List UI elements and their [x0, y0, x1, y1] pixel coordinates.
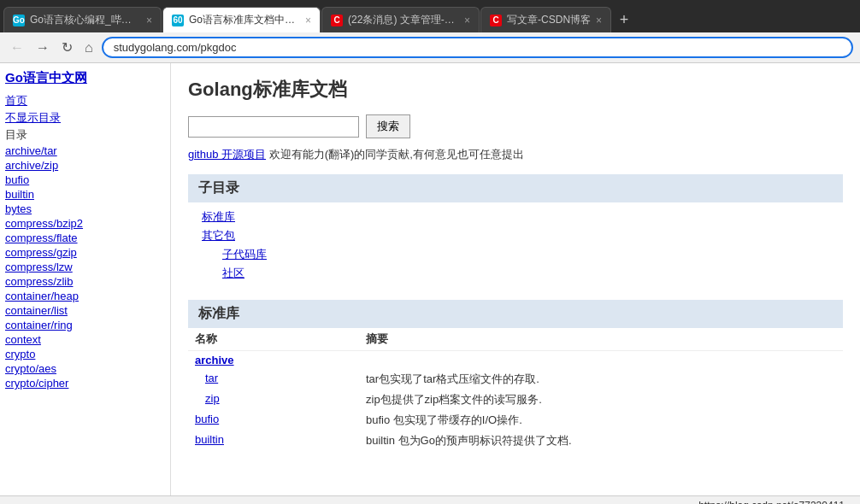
subdirectory-header: 子目录 [188, 174, 843, 202]
pkg-bufio-name: bufio [188, 410, 359, 431]
tab-3-icon: C [331, 15, 343, 26]
sidebar-link-bytes[interactable]: bytes [5, 202, 165, 215]
back-button[interactable]: ← [7, 38, 27, 57]
page-container: Go语言中文网 首页 不显示目录 目录 archive/tar archive/… [0, 63, 860, 495]
tab-1-icon: Go [13, 15, 25, 26]
tab-3[interactable]: C (22条消息) 文章管理-CSDN... × [321, 7, 480, 32]
site-title[interactable]: Go语言中文网 [5, 70, 165, 86]
pkg-bufio-link[interactable]: bufio [195, 413, 219, 425]
github-link[interactable]: github 开源项目 [188, 148, 266, 161]
status-bar: https://blog.csdn.net/a77230411... [0, 495, 860, 504]
stdlib-header: 标准库 [188, 300, 843, 328]
sidebar-link-crypto-cipher[interactable]: crypto/cipher [5, 377, 165, 390]
refresh-button[interactable]: ↻ [58, 38, 76, 57]
pkg-tar-link[interactable]: tar [205, 372, 218, 384]
tab-1-close[interactable]: × [146, 15, 152, 26]
subdir-link-other[interactable]: 其它包 [202, 228, 829, 243]
tab-3-label: (22条消息) 文章管理-CSDN... [348, 13, 459, 27]
search-button[interactable]: 搜索 [366, 114, 410, 138]
stdlib-table: 名称 摘要 archive tar tar [188, 328, 843, 451]
subdir-link-community[interactable]: 社区 [222, 266, 829, 281]
sidebar-link-archive-zip[interactable]: archive/zip [5, 159, 165, 172]
stdlib-table-header: 名称 摘要 [188, 328, 843, 351]
tab-1-label: Go语言核心编程_哔哩哔哩... [30, 13, 141, 27]
github-text: github 开源项目 欢迎有能力(翻译)的同学贡献,有何意见也可任意提出 [188, 147, 843, 162]
sidebar-link-compress-bzip2[interactable]: compress/bzip2 [5, 217, 165, 230]
tab-3-close[interactable]: × [464, 15, 470, 26]
sidebar-link-builtin[interactable]: builtin [5, 188, 165, 201]
sidebar-link-compress-lzw[interactable]: compress/lzw [5, 261, 165, 273]
home-button[interactable]: ⌂ [81, 38, 97, 57]
tab-2-close[interactable]: × [305, 15, 311, 26]
sidebar-link-container-list[interactable]: container/list [5, 304, 165, 317]
tab-2-label: Go语言标准库文档中文版... [189, 13, 300, 27]
table-row: archive [188, 351, 843, 370]
sidebar-link-hide-toc[interactable]: 不显示目录 [5, 110, 165, 126]
pkg-tar-summary: tar包实现了tar格式压缩文件的存取. [359, 369, 843, 390]
sidebar-link-container-heap[interactable]: container/heap [5, 290, 165, 302]
sidebar-link-context[interactable]: context [5, 333, 165, 346]
stdlib-section: 标准库 名称 摘要 archive [188, 300, 843, 451]
browser-chrome: Go Go语言核心编程_哔哩哔哩... × 60 Go语言标准库文档中文版...… [0, 0, 860, 63]
search-input[interactable] [188, 116, 359, 138]
page-title: Golang标准库文档 [188, 77, 843, 103]
sidebar-link-compress-gzip[interactable]: compress/gzip [5, 246, 165, 259]
tab-bar: Go Go语言核心编程_哔哩哔哩... × 60 Go语言标准库文档中文版...… [0, 0, 860, 32]
search-area: 搜索 [188, 114, 843, 138]
sidebar-link-compress-flate[interactable]: compress/flate [5, 231, 165, 244]
nav-bar: ← → ↻ ⌂ [0, 32, 860, 63]
pkg-archive-link[interactable]: archive [195, 354, 234, 366]
tab-4-label: 写文章-CSDN博客 [507, 13, 591, 27]
sidebar-link-home[interactable]: 首页 [5, 93, 165, 108]
subdirectory-content: 标准库 其它包 子代码库 社区 [188, 202, 843, 291]
table-row: zip zip包提供了zip档案文件的读写服务. [188, 390, 843, 410]
tab-1[interactable]: Go Go语言核心编程_哔哩哔哩... × [3, 7, 162, 32]
pkg-zip-link[interactable]: zip [205, 392, 220, 405]
sidebar-link-container-ring[interactable]: container/ring [5, 319, 165, 331]
sidebar-link-bufio[interactable]: bufio [5, 173, 165, 186]
tab-4[interactable]: C 写文章-CSDN博客 × [480, 7, 611, 32]
new-tab-button[interactable]: + [612, 7, 636, 32]
pkg-builtin-summary: builtin 包为Go的预声明标识符提供了文档. [359, 431, 843, 451]
pkg-tar-name: tar [188, 369, 359, 390]
github-description: 欢迎有能力(翻译)的同学贡献,有何意见也可任意提出 [269, 148, 524, 161]
table-row: tar tar包实现了tar格式压缩文件的存取. [188, 369, 843, 390]
status-url: https://blog.csdn.net/a77230411... [698, 500, 853, 505]
address-bar[interactable] [102, 37, 853, 58]
main-content: Golang标准库文档 搜索 github 开源项目 欢迎有能力(翻译)的同学贡… [171, 63, 860, 495]
sidebar: Go语言中文网 首页 不显示目录 目录 archive/tar archive/… [0, 63, 171, 495]
sidebar-link-compress-zlib[interactable]: compress/zlib [5, 275, 165, 288]
sidebar-link-crypto-aes[interactable]: crypto/aes [5, 362, 165, 375]
sidebar-link-crypto[interactable]: crypto [5, 348, 165, 360]
subdir-link-stdlib[interactable]: 标准库 [202, 209, 829, 225]
table-row: builtin builtin 包为Go的预声明标识符提供了文档. [188, 431, 843, 451]
col-name-header: 名称 [188, 328, 359, 351]
pkg-zip-summary: zip包提供了zip档案文件的读写服务. [359, 390, 843, 410]
pkg-bufio-summary: bufio 包实现了带缓存的I/O操作. [359, 410, 843, 431]
tab-4-close[interactable]: × [596, 15, 602, 26]
tab-2-icon: 60 [172, 15, 184, 26]
sidebar-toc-label: 目录 [5, 127, 165, 143]
forward-button[interactable]: → [32, 38, 53, 57]
pkg-archive-name: archive [188, 351, 359, 370]
table-row: bufio bufio 包实现了带缓存的I/O操作. [188, 410, 843, 431]
pkg-zip-name: zip [188, 390, 359, 410]
tab-2[interactable]: 60 Go语言标准库文档中文版... × [162, 7, 321, 32]
col-summary-header: 摘要 [359, 328, 843, 351]
pkg-builtin-link[interactable]: builtin [195, 433, 224, 446]
pkg-builtin-name: builtin [188, 431, 359, 451]
tab-4-icon: C [490, 15, 502, 26]
pkg-archive-summary [359, 351, 843, 370]
sidebar-link-archive-tar[interactable]: archive/tar [5, 144, 165, 157]
subdir-link-subcode[interactable]: 子代码库 [222, 247, 829, 262]
